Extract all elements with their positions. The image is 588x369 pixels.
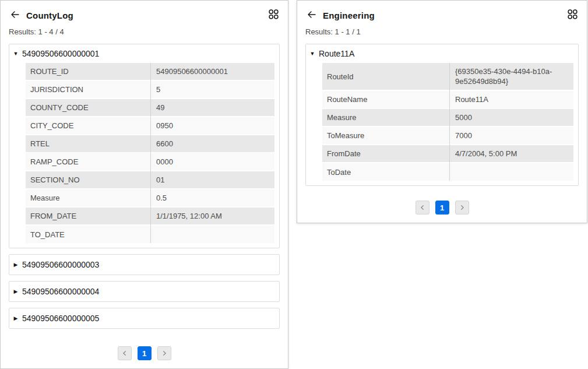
- table-row: ToDate: [322, 163, 573, 181]
- pagination: 1: [118, 335, 171, 360]
- field-value: 5: [150, 81, 274, 98]
- feature-title: 54909506600000003: [22, 260, 99, 269]
- apps-grid-icon: [567, 9, 578, 22]
- apps-grid-icon: [268, 9, 279, 22]
- field-value: 49: [150, 99, 274, 116]
- feature-card-expanded: ▼ 54909506600000001 ROUTE_ID 54909506600…: [9, 44, 280, 248]
- field-value: {69350e35-430e-4494-b10a-9e52649d8b94}: [449, 63, 573, 90]
- field-value: 0950: [150, 117, 274, 134]
- feature-title: 54909506600000004: [22, 287, 99, 296]
- field-label: SECTION_NO: [26, 171, 150, 188]
- next-page-button[interactable]: [455, 201, 469, 215]
- dock-button[interactable]: [267, 9, 280, 22]
- results-count: Results: 1 - 4 / 4: [9, 27, 280, 36]
- chevron-right-icon: [459, 203, 465, 212]
- page-1-button[interactable]: 1: [435, 201, 449, 215]
- field-value: Route11A: [449, 91, 573, 108]
- field-value: [449, 163, 573, 181]
- feature-card-collapsed[interactable]: ▶ 54909506600000005: [9, 308, 280, 329]
- panel-header: Engineering: [305, 9, 579, 22]
- field-value: 4/7/2004, 5:00 PM: [449, 145, 573, 162]
- pagination: 1: [416, 189, 469, 215]
- page-title: Engineering: [323, 10, 375, 20]
- field-value: 7000: [449, 127, 573, 144]
- next-page-button[interactable]: [157, 346, 171, 360]
- field-value: 01: [150, 171, 274, 188]
- field-label: RTEL: [26, 135, 150, 152]
- panel-engineering: Engineering Results: 1 - 1 / 1 ▼ Route11…: [297, 0, 587, 223]
- field-label: ToMeasure: [322, 127, 449, 144]
- column-divider: [449, 63, 450, 181]
- attribute-table: RouteId {69350e35-430e-4494-b10a-9e52649…: [322, 63, 573, 181]
- table-row: RouteName Route11A: [322, 91, 573, 109]
- field-value: 1/1/1975, 12:00 AM: [150, 208, 274, 224]
- field-label: RouteName: [322, 91, 449, 108]
- feature-header: ▶ 54909506600000004: [12, 287, 276, 296]
- back-button[interactable]: [305, 9, 317, 21]
- field-label: FROM_DATE: [26, 208, 150, 224]
- prev-page-button[interactable]: [416, 201, 429, 215]
- table-row: FromDate 4/7/2004, 5:00 PM: [322, 145, 573, 163]
- feature-title: 54909506600000001: [22, 49, 99, 58]
- chevron-left-icon: [122, 349, 128, 358]
- feature-header: ▶ 54909506600000005: [12, 314, 276, 323]
- field-value: [150, 226, 274, 243]
- screen: CountyLog Results: 1 - 4 / 4 ▼ 549095066…: [0, 0, 588, 369]
- back-arrow-icon: [307, 10, 316, 21]
- field-label: RAMP_CODE: [26, 153, 150, 170]
- field-label: CITY_CODE: [26, 117, 150, 134]
- prev-page-button[interactable]: [118, 346, 132, 360]
- results-count: Results: 1 - 1 / 1: [305, 27, 579, 36]
- caret-down-icon: ▼: [309, 51, 315, 57]
- field-value: 54909506600000001: [150, 63, 274, 80]
- panel-countylog: CountyLog Results: 1 - 4 / 4 ▼ 549095066…: [0, 0, 288, 369]
- field-value: 6600: [150, 135, 274, 152]
- page-title: CountyLog: [26, 10, 73, 20]
- field-label: TO_DATE: [26, 226, 150, 243]
- field-label: ToDate: [322, 163, 449, 181]
- feature-title: 54909506600000005: [22, 314, 99, 323]
- field-value: 5000: [449, 109, 573, 126]
- feature-card-collapsed[interactable]: ▶ 54909506600000003: [9, 254, 280, 275]
- column-divider: [150, 63, 151, 243]
- field-label: JURISDICTION: [26, 81, 150, 98]
- feature-header: ▶ 54909506600000003: [12, 260, 276, 269]
- table-row: Measure 5000: [322, 109, 573, 127]
- caret-right-icon: ▶: [13, 262, 19, 268]
- feature-header[interactable]: ▼ 54909506600000001: [12, 47, 276, 62]
- field-label: FromDate: [322, 145, 449, 162]
- feature-card-expanded: ▼ Route11A RouteId {69350e35-430e-4494-b…: [305, 44, 579, 186]
- chevron-right-icon: [161, 349, 167, 358]
- feature-header[interactable]: ▼ Route11A: [308, 47, 575, 62]
- back-button[interactable]: [9, 9, 20, 21]
- field-value: 0000: [150, 153, 274, 170]
- feature-title: Route11A: [319, 49, 354, 58]
- field-label: Measure: [322, 109, 449, 126]
- caret-right-icon: ▶: [13, 315, 19, 321]
- field-label: Measure: [26, 189, 150, 206]
- caret-down-icon: ▼: [13, 51, 19, 57]
- dock-button[interactable]: [566, 9, 579, 22]
- panel-header: CountyLog: [9, 9, 280, 22]
- field-label: COUNTY_CODE: [26, 99, 150, 116]
- feature-card-collapsed[interactable]: ▶ 54909506600000004: [9, 281, 280, 302]
- table-row: ToMeasure 7000: [322, 127, 573, 145]
- chevron-left-icon: [420, 203, 425, 212]
- field-label: ROUTE_ID: [26, 63, 150, 80]
- field-label: RouteId: [322, 63, 449, 90]
- page-1-button[interactable]: 1: [138, 346, 152, 360]
- table-row: RouteId {69350e35-430e-4494-b10a-9e52649…: [322, 63, 573, 91]
- back-arrow-icon: [10, 10, 20, 21]
- field-value: 0.5: [150, 189, 274, 206]
- caret-right-icon: ▶: [13, 289, 19, 294]
- attribute-table: ROUTE_ID 54909506600000001 JURISDICTION …: [26, 63, 274, 243]
